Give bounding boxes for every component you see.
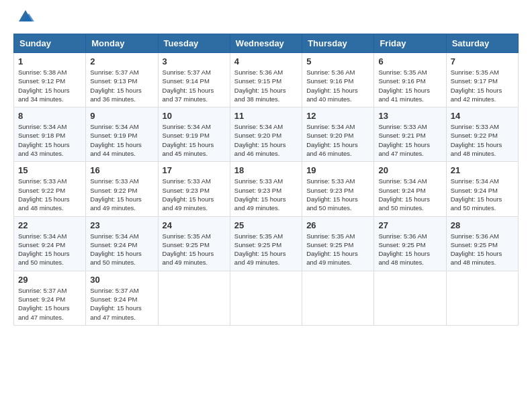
- day-info: Sunrise: 5:35 AM Sunset: 9:25 PM Dayligh…: [234, 232, 298, 267]
- page-header: [13, 13, 519, 27]
- header-row: Sunday Monday Tuesday Wednesday Thursday…: [14, 34, 519, 53]
- day-number: 10: [163, 111, 226, 121]
- day-info: Sunrise: 5:34 AM Sunset: 9:24 PM Dayligh…: [451, 177, 514, 212]
- calendar-cell: 28Sunrise: 5:36 AM Sunset: 9:25 PM Dayli…: [446, 216, 518, 271]
- calendar-cell: 18Sunrise: 5:33 AM Sunset: 9:23 PM Dayli…: [230, 162, 302, 216]
- day-info: Sunrise: 5:33 AM Sunset: 9:22 PM Dayligh…: [90, 177, 153, 212]
- day-info: Sunrise: 5:34 AM Sunset: 9:19 PM Dayligh…: [90, 122, 153, 158]
- day-info: Sunrise: 5:34 AM Sunset: 9:24 PM Dayligh…: [90, 232, 153, 267]
- calendar-cell: 27Sunrise: 5:36 AM Sunset: 9:25 PM Dayli…: [374, 216, 446, 271]
- day-info: Sunrise: 5:35 AM Sunset: 9:25 PM Dayligh…: [306, 232, 369, 267]
- day-info: Sunrise: 5:37 AM Sunset: 9:24 PM Dayligh…: [18, 286, 81, 322]
- calendar-cell: 4Sunrise: 5:36 AM Sunset: 9:15 PM Daylig…: [230, 53, 302, 107]
- calendar-cell: 5Sunrise: 5:36 AM Sunset: 9:16 PM Daylig…: [302, 53, 374, 107]
- day-number: 12: [306, 111, 369, 121]
- day-number: 6: [378, 56, 441, 66]
- day-number: 7: [451, 56, 514, 66]
- day-info: Sunrise: 5:36 AM Sunset: 9:15 PM Dayligh…: [234, 68, 298, 103]
- week-row-3: 15Sunrise: 5:33 AM Sunset: 9:22 PM Dayli…: [14, 162, 519, 216]
- day-info: Sunrise: 5:37 AM Sunset: 9:24 PM Dayligh…: [90, 286, 153, 322]
- calendar-cell: 7Sunrise: 5:35 AM Sunset: 9:17 PM Daylig…: [446, 53, 518, 107]
- calendar-cell: 14Sunrise: 5:33 AM Sunset: 9:22 PM Dayli…: [446, 107, 518, 162]
- calendar-cell: [374, 271, 446, 325]
- day-info: Sunrise: 5:33 AM Sunset: 9:21 PM Dayligh…: [378, 122, 441, 158]
- day-number: 9: [90, 111, 153, 121]
- calendar-cell: 8Sunrise: 5:34 AM Sunset: 9:18 PM Daylig…: [14, 107, 86, 162]
- day-info: Sunrise: 5:34 AM Sunset: 9:24 PM Dayligh…: [378, 177, 441, 212]
- day-info: Sunrise: 5:34 AM Sunset: 9:20 PM Dayligh…: [306, 122, 369, 158]
- day-number: 25: [234, 220, 298, 230]
- calendar-cell: 20Sunrise: 5:34 AM Sunset: 9:24 PM Dayli…: [374, 162, 446, 216]
- col-monday: Monday: [86, 34, 158, 53]
- calendar-cell: 12Sunrise: 5:34 AM Sunset: 9:20 PM Dayli…: [302, 107, 374, 162]
- day-number: 23: [90, 220, 153, 230]
- day-info: Sunrise: 5:33 AM Sunset: 9:23 PM Dayligh…: [163, 177, 226, 212]
- day-number: 15: [18, 165, 81, 175]
- day-number: 24: [163, 220, 226, 230]
- calendar-cell: 3Sunrise: 5:37 AM Sunset: 9:14 PM Daylig…: [158, 53, 230, 107]
- day-info: Sunrise: 5:35 AM Sunset: 9:16 PM Dayligh…: [378, 68, 441, 103]
- day-number: 17: [163, 165, 226, 175]
- day-number: 2: [90, 56, 153, 66]
- day-info: Sunrise: 5:34 AM Sunset: 9:19 PM Dayligh…: [163, 122, 226, 158]
- week-row-5: 29Sunrise: 5:37 AM Sunset: 9:24 PM Dayli…: [14, 271, 519, 325]
- calendar-cell: 1Sunrise: 5:38 AM Sunset: 9:12 PM Daylig…: [14, 53, 86, 107]
- col-saturday: Saturday: [446, 34, 518, 53]
- col-tuesday: Tuesday: [158, 34, 230, 53]
- calendar-table: Sunday Monday Tuesday Wednesday Thursday…: [13, 34, 519, 326]
- col-sunday: Sunday: [14, 34, 86, 53]
- day-number: 13: [378, 111, 441, 121]
- day-info: Sunrise: 5:36 AM Sunset: 9:25 PM Dayligh…: [378, 232, 441, 267]
- day-number: 26: [306, 220, 369, 230]
- day-number: 16: [90, 165, 153, 175]
- calendar-cell: 23Sunrise: 5:34 AM Sunset: 9:24 PM Dayli…: [86, 216, 158, 271]
- col-thursday: Thursday: [302, 34, 374, 53]
- calendar-cell: 15Sunrise: 5:33 AM Sunset: 9:22 PM Dayli…: [14, 162, 86, 216]
- day-number: 19: [306, 165, 369, 175]
- calendar-cell: 10Sunrise: 5:34 AM Sunset: 9:19 PM Dayli…: [158, 107, 230, 162]
- calendar-cell: [302, 271, 374, 325]
- calendar-cell: 29Sunrise: 5:37 AM Sunset: 9:24 PM Dayli…: [14, 271, 86, 325]
- week-row-2: 8Sunrise: 5:34 AM Sunset: 9:18 PM Daylig…: [14, 107, 519, 162]
- day-number: 28: [451, 220, 514, 230]
- calendar-cell: 9Sunrise: 5:34 AM Sunset: 9:19 PM Daylig…: [86, 107, 158, 162]
- day-number: 1: [18, 56, 81, 66]
- day-number: 5: [306, 56, 369, 66]
- calendar-cell: 22Sunrise: 5:34 AM Sunset: 9:24 PM Dayli…: [14, 216, 86, 271]
- calendar-cell: 16Sunrise: 5:33 AM Sunset: 9:22 PM Dayli…: [86, 162, 158, 216]
- day-number: 29: [18, 275, 81, 285]
- calendar-cell: 21Sunrise: 5:34 AM Sunset: 9:24 PM Dayli…: [446, 162, 518, 216]
- day-number: 4: [234, 56, 298, 66]
- calendar-cell: 17Sunrise: 5:33 AM Sunset: 9:23 PM Dayli…: [158, 162, 230, 216]
- day-info: Sunrise: 5:38 AM Sunset: 9:12 PM Dayligh…: [18, 68, 81, 103]
- calendar-cell: 13Sunrise: 5:33 AM Sunset: 9:21 PM Dayli…: [374, 107, 446, 162]
- calendar-cell: 11Sunrise: 5:34 AM Sunset: 9:20 PM Dayli…: [230, 107, 302, 162]
- day-number: 14: [451, 111, 514, 121]
- day-number: 18: [234, 165, 298, 175]
- calendar-cell: 30Sunrise: 5:37 AM Sunset: 9:24 PM Dayli…: [86, 271, 158, 325]
- day-info: Sunrise: 5:35 AM Sunset: 9:17 PM Dayligh…: [451, 68, 514, 103]
- calendar-cell: 19Sunrise: 5:33 AM Sunset: 9:23 PM Dayli…: [302, 162, 374, 216]
- day-info: Sunrise: 5:35 AM Sunset: 9:25 PM Dayligh…: [163, 232, 226, 267]
- day-info: Sunrise: 5:33 AM Sunset: 9:23 PM Dayligh…: [234, 177, 298, 212]
- day-number: 20: [378, 165, 441, 175]
- col-friday: Friday: [374, 34, 446, 53]
- day-number: 22: [18, 220, 81, 230]
- calendar-cell: [158, 271, 230, 325]
- day-number: 3: [163, 56, 226, 66]
- logo-icon: [15, 7, 36, 27]
- day-number: 11: [234, 111, 298, 121]
- day-info: Sunrise: 5:34 AM Sunset: 9:20 PM Dayligh…: [234, 122, 298, 158]
- col-wednesday: Wednesday: [230, 34, 302, 53]
- day-info: Sunrise: 5:33 AM Sunset: 9:22 PM Dayligh…: [18, 177, 81, 212]
- day-number: 21: [451, 165, 514, 175]
- calendar-cell: [446, 271, 518, 325]
- logo: [13, 13, 36, 27]
- day-info: Sunrise: 5:36 AM Sunset: 9:25 PM Dayligh…: [451, 232, 514, 267]
- day-info: Sunrise: 5:37 AM Sunset: 9:13 PM Dayligh…: [90, 68, 153, 103]
- calendar-cell: [230, 271, 302, 325]
- day-number: 27: [378, 220, 441, 230]
- calendar-cell: 26Sunrise: 5:35 AM Sunset: 9:25 PM Dayli…: [302, 216, 374, 271]
- day-info: Sunrise: 5:34 AM Sunset: 9:18 PM Dayligh…: [18, 122, 81, 158]
- calendar-cell: 6Sunrise: 5:35 AM Sunset: 9:16 PM Daylig…: [374, 53, 446, 107]
